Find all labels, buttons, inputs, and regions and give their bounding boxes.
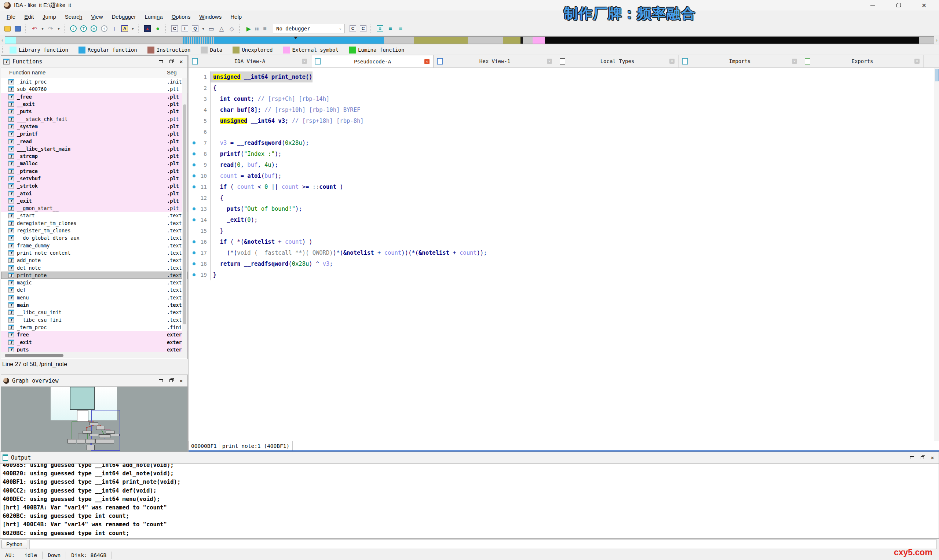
- clipboard-q-icon[interactable]: Q: [191, 24, 199, 33]
- code-line[interactable]: 14 _exit(0);: [188, 214, 939, 225]
- function-row[interactable]: f_system.plt: [1, 123, 187, 130]
- graph-node[interactable]: [89, 422, 98, 425]
- tab-hex-view-1[interactable]: Hex View-1✕: [433, 55, 556, 68]
- function-row[interactable]: f__libc_csu_fini.text: [1, 316, 187, 324]
- function-row[interactable]: fmenu.text: [1, 294, 187, 301]
- graph-node[interactable]: [77, 439, 85, 443]
- menu-jump[interactable]: Jump: [38, 12, 60, 21]
- function-row[interactable]: fprint_note_content.text: [1, 249, 187, 257]
- function-row[interactable]: f___libc_start_main.plt: [1, 145, 187, 152]
- python-interpreter-button[interactable]: Python: [2, 540, 27, 549]
- function-row[interactable]: f_puts.plt: [1, 108, 187, 115]
- function-row[interactable]: f_printf.plt: [1, 130, 187, 137]
- output-log[interactable]: 400985: using guessed type __int64 add_n…: [0, 464, 939, 539]
- functions-float-icon[interactable]: [167, 58, 175, 65]
- function-row[interactable]: f__libc_csu_init.text: [1, 309, 187, 316]
- code-line[interactable]: 8 printf("Index :");: [188, 148, 939, 159]
- breakpoint-dot[interactable]: [191, 174, 197, 177]
- graph-node[interactable]: [77, 410, 88, 422]
- function-row[interactable]: f_ptrace.plt: [1, 168, 187, 175]
- graph-overview-titlebar[interactable]: Graph overview ✕: [1, 375, 187, 387]
- menu-options[interactable]: Options: [167, 12, 195, 21]
- code-line[interactable]: 10 count = atoi(buf);: [188, 171, 939, 182]
- desktop-layout-icon[interactable]: ≡: [376, 24, 384, 33]
- breakpoint-dot[interactable]: [191, 152, 197, 155]
- function-row[interactable]: fprint_note.text: [1, 272, 187, 279]
- code-line[interactable]: 4 char buf[8]; // [rsp+10h] [rbp-10h] BY…: [188, 105, 939, 115]
- code-line[interactable]: 16 if ( *(&notelist + count) ): [188, 236, 939, 248]
- column-divider[interactable]: [164, 69, 164, 77]
- function-row[interactable]: fsub_400760.plt: [1, 85, 187, 93]
- functions-hscroll-thumb[interactable]: [5, 354, 63, 357]
- menu-search[interactable]: Search: [60, 12, 87, 21]
- source-c2-icon[interactable]: C: [359, 24, 367, 33]
- clipboard-c-icon[interactable]: C: [170, 24, 179, 33]
- output-panel-titlebar[interactable]: Output ✕: [0, 452, 939, 464]
- code-line[interactable]: 15 }: [188, 225, 939, 236]
- names-dropdown-icon[interactable]: ▾: [131, 24, 135, 33]
- band-scroll-right-icon[interactable]: ›: [934, 38, 939, 43]
- output-close-icon[interactable]: ✕: [928, 454, 936, 461]
- pause-icon[interactable]: ▮▮: [254, 24, 259, 33]
- function-row[interactable]: fderegister_tm_clones.text: [1, 220, 187, 227]
- jump-segment-icon[interactable]: ≣: [89, 24, 98, 33]
- functions-maximize-icon[interactable]: [157, 58, 165, 65]
- tab-close-icon[interactable]: ✕: [302, 58, 307, 64]
- tab-close-icon[interactable]: ✕: [424, 59, 430, 64]
- clipboard-i-icon[interactable]: I: [180, 24, 189, 33]
- pseudocode-view[interactable]: 1unsigned __int64 print_note()2{3 int co…: [188, 68, 939, 441]
- code-line[interactable]: 7 v3 = __readfsqword(0x28u);: [188, 137, 939, 148]
- graph-node[interactable]: [111, 434, 120, 436]
- function-row[interactable]: fdef.text: [1, 286, 187, 294]
- graph-node[interactable]: [96, 426, 105, 430]
- code-line[interactable]: 1unsigned __int64 print_note(): [188, 71, 939, 83]
- clipboard-dropdown-icon[interactable]: ▾: [201, 24, 205, 33]
- graph-node[interactable]: [96, 439, 114, 443]
- code-line[interactable]: 12 {: [188, 192, 939, 203]
- functions-column-header[interactable]: Function name Seg: [1, 68, 187, 78]
- function-row[interactable]: f_term_proc.fini: [1, 324, 187, 331]
- code-line[interactable]: 13 puts("Out of bound!");: [188, 203, 939, 214]
- functions-vscroll-thumb[interactable]: [183, 105, 187, 325]
- menu-edit[interactable]: Edit: [20, 12, 38, 21]
- function-row[interactable]: f_strcmp.plt: [1, 152, 187, 160]
- graph-node[interactable]: [89, 434, 98, 436]
- code-vscroll-thumb[interactable]: [935, 69, 939, 82]
- data-definition-icon[interactable]: ▲: [143, 24, 152, 33]
- code-line[interactable]: 2{: [188, 83, 939, 94]
- graph-node[interactable]: [83, 431, 92, 434]
- tab-ida-view-a[interactable]: IDA View-A✕: [188, 55, 311, 68]
- graph-maximize-icon[interactable]: [157, 377, 165, 384]
- code-line[interactable]: 19}: [188, 269, 939, 280]
- breakpoint-dot[interactable]: [191, 163, 197, 166]
- graph-node[interactable]: [86, 445, 95, 450]
- menu-view[interactable]: View: [86, 12, 107, 21]
- run-icon[interactable]: ▶: [244, 24, 253, 33]
- function-row[interactable]: fmagic.text: [1, 279, 187, 286]
- jump-name-icon[interactable]: T: [79, 24, 88, 33]
- graph-selected-node[interactable]: [70, 387, 95, 410]
- output-maximize-icon[interactable]: [908, 454, 916, 461]
- function-row[interactable]: f_exit.plt: [1, 197, 187, 205]
- function-row[interactable]: f_setvbuf.plt: [1, 175, 187, 182]
- function-row[interactable]: f_malloc.plt: [1, 160, 187, 167]
- breakpoint-dot[interactable]: [191, 274, 197, 276]
- band-scroll-left-icon[interactable]: ‹: [0, 38, 5, 43]
- menu-debugger[interactable]: Debugger: [108, 12, 140, 21]
- function-row[interactable]: f__gmon_start__.plt: [1, 205, 187, 212]
- function-row[interactable]: f_start.text: [1, 212, 187, 219]
- navigate-back-icon[interactable]: ↶: [30, 24, 39, 33]
- output-float-icon[interactable]: [918, 454, 926, 461]
- functions-panel-titlebar[interactable]: f Functions ✕: [1, 56, 187, 68]
- function-row[interactable]: f_atoi.plt: [1, 189, 187, 197]
- open-file-icon[interactable]: [3, 24, 12, 33]
- code-vertical-scrollbar[interactable]: [934, 68, 939, 441]
- code-line[interactable]: 5 unsigned __int64 v3; // [rsp+18h] [rbp…: [188, 115, 939, 126]
- jump-down-icon[interactable]: ↓: [110, 24, 119, 33]
- menu-windows[interactable]: Windows: [195, 12, 226, 21]
- forward-dropdown-icon[interactable]: ▾: [57, 24, 61, 33]
- function-row[interactable]: f_strtok.plt: [1, 182, 187, 189]
- breakpoint-dot[interactable]: [191, 142, 197, 145]
- legend-drag-handle[interactable]: [2, 46, 4, 53]
- window-rect-icon[interactable]: ▭: [207, 24, 216, 33]
